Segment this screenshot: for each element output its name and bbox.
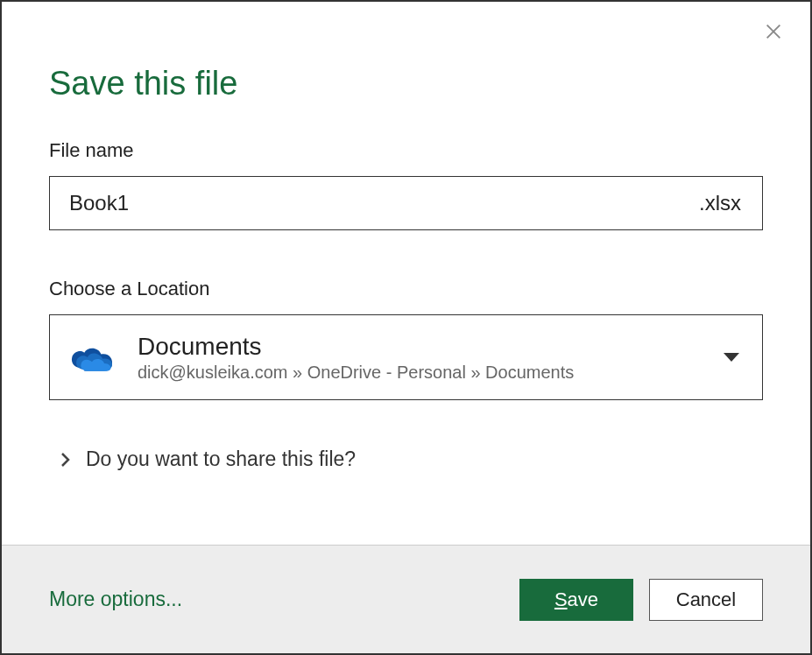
- chevron-right-icon: [60, 454, 72, 466]
- share-label: Do you want to share this file?: [86, 447, 356, 471]
- location-dropdown[interactable]: Documents dick@kusleika.com » OneDrive -…: [49, 314, 763, 400]
- close-button[interactable]: [761, 19, 786, 44]
- dialog-footer: More options... Save Cancel: [2, 545, 810, 653]
- location-path: dick@kusleika.com » OneDrive - Personal …: [138, 363, 713, 383]
- filename-input[interactable]: [69, 191, 699, 215]
- location-text: Documents dick@kusleika.com » OneDrive -…: [138, 332, 713, 384]
- dialog-title: Save this file: [49, 65, 763, 102]
- onedrive-cloud-icon: [67, 340, 117, 375]
- share-expander[interactable]: Do you want to share this file?: [60, 440, 763, 478]
- location-label: Choose a Location: [49, 278, 763, 300]
- cancel-button[interactable]: Cancel: [649, 579, 763, 621]
- chevron-down-icon: [724, 353, 739, 362]
- location-name: Documents: [138, 332, 713, 362]
- filename-field-row: .xlsx: [49, 176, 763, 230]
- close-icon: [764, 22, 783, 41]
- dialog-content: Save this file File name .xlsx Choose a …: [2, 2, 810, 545]
- file-extension-label: .xlsx: [699, 191, 741, 215]
- more-options-link[interactable]: More options...: [49, 588, 182, 611]
- filename-label: File name: [49, 139, 763, 162]
- save-button[interactable]: Save: [519, 579, 633, 621]
- save-mnemonic: S: [554, 588, 568, 610]
- save-label-rest: ave: [568, 588, 598, 610]
